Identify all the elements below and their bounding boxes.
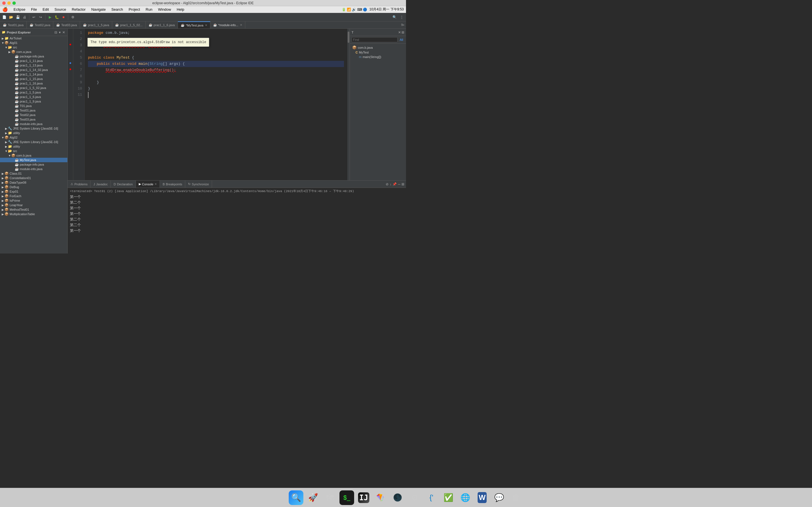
tab-overflow[interactable]: 9» [400, 21, 406, 29]
toolbar-search[interactable]: 🔍 [391, 14, 398, 20]
sidebar-item-mytest[interactable]: ☕ MyTest.java [0, 158, 67, 162]
sidebar-item-exp01[interactable]: ▶ 📦 Exp01 [0, 189, 67, 194]
menu-run[interactable]: Run [145, 7, 154, 11]
sidebar-item-leapyear[interactable]: ▶ 📦 LeapYear [0, 203, 67, 207]
tab-breakpoints[interactable]: B Breakpoints [160, 180, 185, 187]
toolbar-stop[interactable]: ■ [60, 14, 66, 20]
toolbar-perspective[interactable]: ⚙ [70, 14, 76, 20]
sidebar-item-prac11402[interactable]: ☕ prac1_1_14_02.java [0, 68, 67, 72]
right-panel-max[interactable]: ⊞ [402, 31, 404, 34]
sidebar-item-jre2[interactable]: ▶ 🔧 JRE System Library [JavaSE-16] [0, 140, 67, 144]
console-pin-btn[interactable]: 📌 [393, 182, 397, 186]
sidebar-item-class01[interactable]: ▶ 📦 Class.01 [0, 171, 67, 176]
toolbar-more[interactable]: ⋮ [399, 14, 405, 20]
sidebar-item-utility2[interactable]: ▶ 📁 utility [0, 144, 67, 149]
tab-console-close[interactable]: ✕ [154, 182, 157, 186]
sidebar-item-prac119[interactable]: ☕ prac1_1_9.java [0, 99, 67, 104]
tab-close-moduleinfo[interactable]: ✕ [240, 23, 242, 26]
menu-eclipse[interactable]: Eclipse [12, 7, 27, 11]
menu-window[interactable]: Window [157, 7, 172, 11]
tab-close-mytest[interactable]: ✕ [205, 24, 207, 27]
sidebar-item-moduleinfo[interactable]: ☕ module-info.java [0, 122, 67, 126]
sidebar-item-airticket[interactable]: ▶ 📁 AirTicket [0, 36, 67, 41]
sidebar-item-com-b-java[interactable]: ▼ 📦 com.b.java [0, 153, 67, 158]
tab-prac11502[interactable]: ☕ prac1_1_5_02... [112, 21, 146, 29]
tab-problems[interactable]: ⚠ Problems [68, 180, 91, 187]
sidebar-item-debug[interactable]: ▶ 📦 DeBug [0, 185, 67, 189]
console-scroll-btn[interactable]: ↓ [390, 182, 391, 186]
toolbar-print[interactable]: 🖨 [21, 14, 28, 20]
menu-source[interactable]: Source [53, 7, 67, 11]
sidebar-item-com-a-java[interactable]: ▶ 📦 com.a.java [0, 50, 67, 54]
sidebar-item-package-info2[interactable]: ☕ package-info.java [0, 162, 67, 167]
tab-test03[interactable]: ☕ Test03.java [53, 21, 80, 29]
tab-test01[interactable]: ☕ Test01.java [0, 21, 27, 29]
sidebar-item-utility1[interactable]: ▶ 📁 utility [0, 131, 67, 135]
menu-search[interactable]: Search [110, 7, 124, 11]
sidebar-item-foreach[interactable]: ▶ 📦 ForEach [0, 194, 67, 198]
sidebar-item-prac1115[interactable]: ☕ prac1_1_15.java [0, 76, 67, 81]
console-min-btn[interactable]: ─ [398, 182, 400, 186]
menu-help[interactable]: Help [175, 7, 186, 11]
menu-edit[interactable]: Edit [42, 7, 50, 11]
console-clear-btn[interactable]: ⊘ [386, 182, 389, 186]
sidebar-menu-btn[interactable]: ▾ [58, 31, 61, 34]
sidebar-item-test01[interactable]: ☕ Test01.java [0, 108, 67, 113]
outline-item-main[interactable]: m main(String[]) [351, 55, 405, 59]
sidebar-item-test03[interactable]: ☕ Test03.java [0, 117, 67, 122]
toolbar-new[interactable]: 📄 [1, 14, 7, 20]
tab-test02[interactable]: ☕ Test02.java [27, 21, 54, 29]
toolbar-redo[interactable]: ↪ [38, 14, 44, 20]
editor-content[interactable]: ● ● ● [68, 29, 350, 180]
sidebar-item-moduleinfo2[interactable]: ☕ module-info.java [0, 167, 67, 171]
outline-item-package[interactable]: 📦 com.b.java [351, 45, 405, 50]
tab-declaration[interactable]: D Declaration [111, 180, 136, 187]
sidebar-item-prac115[interactable]: ☕ prac1_1_5.java [0, 90, 67, 95]
sidebar-item-prac116[interactable]: ☕ prac1_1_6.java [0, 95, 67, 99]
outline-item-mytest[interactable]: C MyTest [351, 50, 405, 55]
sidebar-item-alg02[interactable]: ▼ 📦 Alg02 [0, 135, 67, 140]
sidebar-collapse-btn[interactable]: ⊟ [54, 31, 58, 34]
tab-prac116[interactable]: ☕ prac1_1_6.java [146, 21, 178, 29]
maximize-button[interactable] [12, 1, 16, 5]
sidebar-item-jre1[interactable]: ▶ 🔧 JRE System Library [JavaSE-16] [0, 126, 67, 131]
apple-menu[interactable]: 🍎 [2, 7, 8, 12]
menu-navigate[interactable]: Navigate [90, 7, 107, 11]
menu-file[interactable]: File [30, 7, 38, 11]
toolbar-debug[interactable]: 🐛 [54, 14, 60, 20]
find-all-button[interactable]: All [399, 38, 404, 42]
sidebar-close-btn[interactable]: ✕ [62, 31, 66, 34]
sidebar-item-isprime[interactable]: ▶ 📦 IsPrime [0, 198, 67, 203]
code-editor[interactable]: The type edu.princeton.cs.algs4.StdDraw … [85, 29, 347, 180]
tab-prac115[interactable]: ☕ prac1_1_5.java [80, 21, 112, 29]
minimize-button[interactable] [7, 1, 11, 5]
sidebar-item-package-info[interactable]: ☕ package-info.java [0, 54, 67, 59]
sidebar-item-alg01-src[interactable]: ▼ 📂 src [0, 45, 67, 50]
tab-moduleinfo[interactable]: ☕ *module-info... ✕ [210, 21, 245, 29]
sidebar-item-multiplicationtable[interactable]: ▶ 📦 MultiplicationTable [0, 212, 67, 216]
console-max-btn[interactable]: ⊞ [402, 182, 404, 186]
sidebar-item-prac1113[interactable]: ☕ prac1_1_13.java [0, 63, 67, 68]
toolbar-open[interactable]: 📂 [8, 14, 14, 20]
right-panel-close[interactable]: ✕ [398, 31, 401, 34]
close-button[interactable] [2, 1, 6, 5]
sidebar-item-constellation01[interactable]: ▶ 📦 Constellation01 [0, 176, 67, 180]
sidebar-item-alg02-src[interactable]: ▼ 📂 src [0, 149, 67, 153]
sidebar-item-prac1111[interactable]: ☕ prac1_1_11.java [0, 59, 67, 63]
menu-refactor[interactable]: Refactor [70, 7, 87, 11]
sidebar-item-test02[interactable]: ☕ Test02.java [0, 113, 67, 117]
menu-project[interactable]: Project [128, 7, 141, 11]
sidebar-item-datatype08[interactable]: ▶ 📦 DataType08 [0, 180, 67, 185]
tab-console[interactable]: ▶ Console ✕ [136, 180, 160, 187]
toolbar-save[interactable]: 💾 [15, 14, 21, 20]
scrollbar-thumb[interactable] [348, 32, 349, 43]
tab-mytest[interactable]: ☕ *MyTest.java ✕ [178, 21, 210, 29]
toolbar-run[interactable]: ▶ [47, 14, 53, 20]
toolbar-undo[interactable]: ↩ [31, 14, 37, 20]
tab-javadoc[interactable]: J Javadoc [91, 180, 110, 187]
sidebar-item-prac1116[interactable]: ☕ prac1_1_16.java [0, 81, 67, 86]
sidebar-item-prac11502[interactable]: ☕ prac1_1_5_02.java [0, 86, 67, 90]
sidebar-item-t01[interactable]: ☕ T01.java [0, 104, 67, 108]
sidebar-item-methodtest01[interactable]: ▶ 📦 MethodTest01 [0, 207, 67, 212]
tab-synchronize[interactable]: ↻ Synchronize [185, 180, 212, 187]
